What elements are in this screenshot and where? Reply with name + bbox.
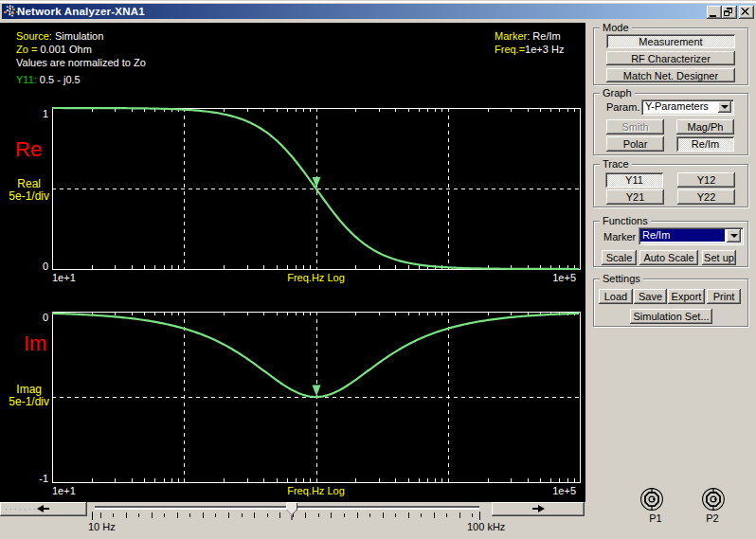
svg-text:1e+5: 1e+5 [552, 272, 576, 283]
svg-text:1e+5: 1e+5 [552, 485, 576, 496]
svg-text:5e-1/div: 5e-1/div [9, 189, 49, 203]
svg-text:1e+1: 1e+1 [52, 485, 76, 496]
svg-text:-1: -1 [39, 473, 48, 484]
svg-text:Marker: Re/Im: Marker: Re/Im [495, 30, 561, 42]
svg-text:Freq.Hz Log: Freq.Hz Log [287, 272, 345, 283]
svg-text:0: 0 [43, 312, 48, 323]
svg-text:Freq.Hz Log: Freq.Hz Log [287, 485, 345, 496]
svg-text:1: 1 [43, 108, 48, 119]
svg-text:5e-1/div: 5e-1/div [9, 395, 49, 408]
svg-text:1e+1: 1e+1 [52, 272, 76, 283]
svg-text:Y11: 0.5 - j0.5: Y11: 0.5 - j0.5 [16, 74, 81, 85]
svg-text:Values are normalized to Zo: Values are normalized to Zo [16, 57, 146, 68]
svg-text:Source: Simulation: Source: Simulation [16, 30, 103, 42]
svg-text:Imag: Imag [16, 383, 42, 396]
svg-text:Freq.=1e+3 Hz: Freq.=1e+3 Hz [495, 44, 564, 55]
svg-text:Im: Im [24, 332, 46, 355]
svg-text:Zo = 0.001 Ohm: Zo = 0.001 Ohm [16, 44, 92, 55]
svg-text:0: 0 [43, 261, 48, 272]
svg-text:Real: Real [17, 177, 41, 190]
svg-text:Re: Re [15, 137, 42, 161]
